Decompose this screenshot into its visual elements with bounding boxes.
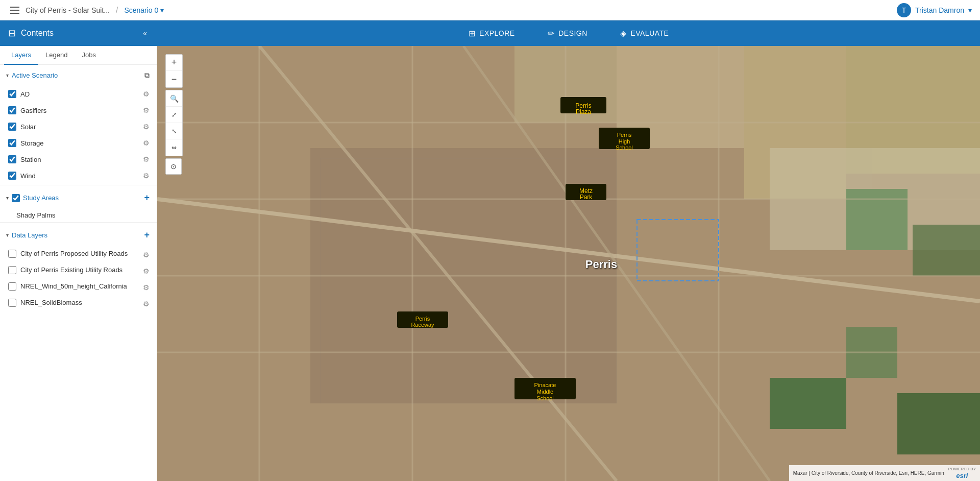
- data-layer-nrel-wind-label: NREL_Wind_50m_height_California: [20, 282, 138, 291]
- breadcrumb-separator: /: [116, 6, 118, 15]
- layer-wind-checkbox[interactable]: [8, 172, 16, 180]
- data-layer-nrel-wind-checkbox[interactable]: [8, 282, 16, 291]
- data-layer-nrel-biomass-checkbox[interactable]: [8, 299, 16, 307]
- divider-1: [0, 185, 157, 185]
- user-chevron-icon: ▾: [968, 6, 972, 14]
- main-layout: Layers Legend Jobs Active Scenario ⧉ AD …: [0, 46, 980, 481]
- evaluate-button[interactable]: ◈ EVALUATE: [614, 25, 675, 42]
- user-name: Tristan Damron: [915, 6, 964, 14]
- data-layer-nrel-biomass-label: NREL_SolidBiomass: [20, 299, 138, 307]
- layer-gasifiers-settings-icon[interactable]: ⚙: [142, 105, 151, 115]
- active-scenario-title: Active Scenario: [12, 71, 140, 79]
- study-areas-actions: +: [143, 191, 151, 204]
- explore-button[interactable]: ⊞ EXPLORE: [462, 25, 521, 42]
- zoom-extent-button[interactable]: ⤢: [166, 107, 182, 123]
- svg-rect-9: [770, 378, 846, 429]
- layer-wind: Wind ⚙: [0, 167, 157, 184]
- layers-icon: ⊟: [8, 28, 16, 39]
- layer-solar-checkbox[interactable]: [8, 123, 16, 131]
- data-layer-nrel-wind-settings-icon[interactable]: ⚙: [142, 282, 151, 293]
- contents-title: Contents: [21, 29, 136, 38]
- zoom-in-button[interactable]: +: [166, 55, 182, 71]
- top-bar-left: City of Perris - Solar Suit... / Scenari…: [8, 5, 897, 16]
- study-area-shady-palms: Shady Palms: [0, 209, 157, 221]
- study-areas-chevron: [6, 195, 9, 201]
- divider-2: [0, 222, 157, 223]
- evaluate-icon: ◈: [620, 29, 627, 38]
- data-layer-existing-roads-checkbox[interactable]: [8, 266, 16, 274]
- top-bar: City of Perris - Solar Suit... / Scenari…: [0, 0, 980, 20]
- contents-header: ⊟ Contents «: [0, 20, 157, 46]
- powered-by-text: POWERED BY: [948, 467, 976, 471]
- tab-layers[interactable]: Layers: [4, 46, 38, 65]
- layer-solar-settings-icon[interactable]: ⚙: [142, 122, 151, 132]
- esri-logo: esri: [956, 472, 968, 479]
- data-layer-existing-roads-settings-icon[interactable]: ⚙: [142, 266, 151, 276]
- copy-icon[interactable]: ⧉: [143, 70, 151, 81]
- svg-rect-8: [913, 225, 980, 276]
- zoom-out-button[interactable]: −: [166, 71, 182, 87]
- data-layer-proposed-roads-settings-icon[interactable]: ⚙: [142, 250, 151, 260]
- location-button[interactable]: ⊙: [165, 158, 182, 175]
- layer-ad: AD ⚙: [0, 86, 157, 102]
- add-data-layer-icon[interactable]: +: [143, 229, 151, 242]
- layer-gasifiers: Gasifiers ⚙: [0, 102, 157, 118]
- study-area-label: Shady Palms: [16, 211, 56, 219]
- navigation-controls: 🔍 ⤢ ⤡ ⇔: [165, 90, 183, 156]
- study-areas-title: Study Areas: [23, 194, 140, 202]
- add-study-area-icon[interactable]: +: [143, 191, 151, 204]
- full-extent-button[interactable]: ⤡: [166, 123, 182, 139]
- layer-storage-label: Storage: [20, 139, 138, 147]
- app-title: City of Perris - Solar Suit...: [26, 6, 110, 14]
- map-area[interactable]: Perris Plaza Perris High School Metz Par…: [157, 46, 980, 481]
- data-layers-section[interactable]: Data Layers +: [0, 224, 157, 247]
- study-areas-checkbox[interactable]: [12, 194, 20, 202]
- map-canvas: Perris Plaza Perris High School Metz Par…: [157, 46, 980, 481]
- svg-text:Perris: Perris: [415, 316, 430, 322]
- layer-station-label: Station: [20, 156, 138, 163]
- svg-text:Park: Park: [580, 194, 593, 201]
- layer-wind-label: Wind: [20, 172, 138, 180]
- data-layer-nrel-biomass-settings-icon[interactable]: ⚙: [142, 299, 151, 309]
- svg-text:School: School: [536, 395, 554, 401]
- layer-gasifiers-checkbox[interactable]: [8, 106, 16, 114]
- search-button[interactable]: 🔍: [166, 90, 182, 107]
- layer-storage-settings-icon[interactable]: ⚙: [142, 138, 151, 148]
- layer-station-checkbox[interactable]: [8, 155, 16, 163]
- layer-ad-checkbox[interactable]: [8, 90, 16, 98]
- design-button[interactable]: ✏ DESIGN: [542, 25, 594, 42]
- layer-ad-settings-icon[interactable]: ⚙: [142, 89, 151, 99]
- collapse-panel-button[interactable]: «: [141, 27, 149, 39]
- layer-storage: Storage ⚙: [0, 135, 157, 151]
- svg-text:High: High: [619, 138, 630, 145]
- data-layer-existing-roads: City of Perris Existing Utility Roads ⚙: [0, 263, 157, 279]
- user-profile[interactable]: T Tristan Damron ▾: [897, 3, 972, 17]
- study-areas-section[interactable]: Study Areas +: [0, 186, 157, 209]
- active-scenario-section[interactable]: Active Scenario ⧉: [0, 65, 157, 86]
- svg-text:Perris: Perris: [617, 132, 632, 138]
- data-layers-actions: +: [143, 229, 151, 242]
- toolbar-center: ⊞ EXPLORE ✏ DESIGN ◈ EVALUATE: [157, 25, 980, 42]
- hamburger-menu[interactable]: [8, 5, 21, 16]
- pan-button[interactable]: ⇔: [166, 139, 182, 156]
- layer-station: Station ⚙: [0, 151, 157, 167]
- scenario-link[interactable]: Scenario 0 ▾: [124, 6, 164, 14]
- tab-jobs[interactable]: Jobs: [75, 46, 103, 65]
- chevron-down-icon: ▾: [160, 6, 164, 14]
- svg-text:Pinacate: Pinacate: [534, 382, 556, 388]
- tab-legend[interactable]: Legend: [38, 46, 75, 65]
- layer-storage-checkbox[interactable]: [8, 139, 16, 147]
- svg-text:School: School: [616, 145, 633, 151]
- sidebar-tabs: Layers Legend Jobs: [0, 46, 157, 65]
- design-icon: ✏: [548, 29, 555, 38]
- data-layer-proposed-roads: City of Perris Proposed Utility Roads ⚙: [0, 247, 157, 263]
- data-layers-title: Data Layers: [12, 231, 140, 239]
- svg-rect-7: [846, 189, 908, 250]
- data-layer-proposed-roads-checkbox[interactable]: [8, 250, 16, 258]
- svg-text:Perris: Perris: [585, 258, 617, 271]
- avatar: T: [897, 3, 911, 17]
- sidebar: Layers Legend Jobs Active Scenario ⧉ AD …: [0, 46, 157, 481]
- data-layer-proposed-roads-label: City of Perris Proposed Utility Roads: [20, 250, 138, 258]
- layer-station-settings-icon[interactable]: ⚙: [142, 154, 151, 164]
- layer-wind-settings-icon[interactable]: ⚙: [142, 171, 151, 181]
